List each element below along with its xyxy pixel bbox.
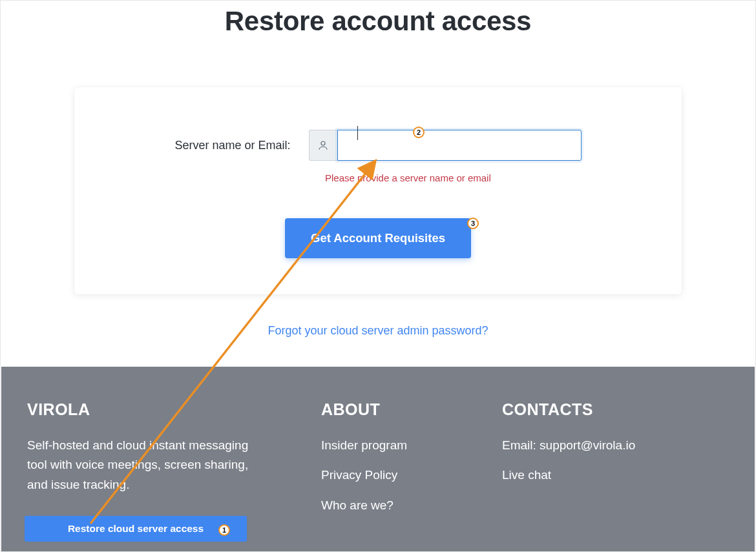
footer: VIROLA Self-hosted and cloud instant mes… [1,367,755,551]
footer-contact-email: Email: support@virola.io [502,436,671,455]
server-email-error: Please provide a server name or email [325,172,611,183]
restore-form-card: Server name or Email: Please provide a s… [74,87,682,294]
footer-live-chat-link[interactable]: Live chat [502,465,671,485]
footer-link-privacy[interactable]: Privacy Policy [321,465,502,485]
footer-brand: VIROLA [27,400,321,419]
server-email-input-group [309,130,582,161]
restore-cloud-server-access-label: Restore cloud server access [68,523,204,535]
footer-contacts-heading: CONTACTS [502,400,671,419]
footer-link-insider[interactable]: Insider program [321,436,502,455]
server-email-row: Server name or Email: [145,130,611,161]
forgot-password-link[interactable]: Forgot your cloud server admin password? [1,324,755,338]
footer-about-heading: ABOUT [321,400,502,419]
user-icon [309,130,337,161]
page-title: Restore account access [1,6,755,37]
footer-link-who[interactable]: Who are we? [321,496,502,515]
svg-point-0 [321,141,325,145]
footer-tagline: Self-hosted and cloud instant messaging … [27,436,260,495]
get-account-requisites-button[interactable]: Get Account Requisites [285,218,471,258]
server-email-label: Server name or Email: [174,139,290,152]
server-email-input[interactable] [337,130,582,161]
restore-cloud-server-access-button[interactable]: Restore cloud server access [25,516,247,542]
